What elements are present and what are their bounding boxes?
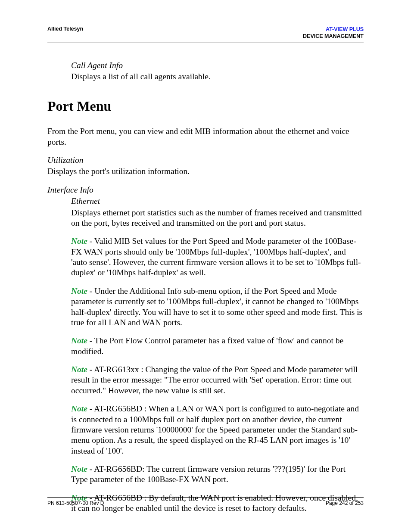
- footer-right: Page 242 of 253: [326, 500, 364, 506]
- note-4-text: - AT-RG613xx : Changing the value of the…: [71, 365, 358, 395]
- section-intro: From the Port menu, you can view and edi…: [47, 126, 364, 147]
- note-6-text: - AT-RG656BD: The current firmware versi…: [71, 464, 346, 484]
- note-6: Note - AT-RG656BD: The current firmware …: [71, 464, 364, 485]
- page-footer: PN 613-50507-00 Rev D Page 242 of 253: [47, 497, 364, 506]
- note-3-text: - The Port Flow Control parameter has a …: [71, 336, 343, 355]
- page: Allied Telesyn AT-VIEW PLUS DEVICE MANAG…: [0, 0, 411, 532]
- interface-block: Interface Info Ethernet Displays etherne…: [47, 185, 364, 514]
- ethernet-desc: Displays ethernet port statistics such a…: [71, 208, 364, 229]
- note-1-text: - Valid MIB Set values for the Port Spee…: [71, 236, 361, 277]
- note-4: Note - AT-RG613xx : Changing the value o…: [71, 364, 364, 396]
- header-product: AT-VIEW PLUS: [303, 26, 364, 33]
- header-left: Allied Telesyn: [47, 26, 83, 32]
- call-agent-block: Call Agent Info Displays a list of all c…: [71, 60, 364, 82]
- note-label: Note: [71, 336, 87, 345]
- ethernet-title: Ethernet: [71, 196, 364, 206]
- note-5-text: - AT-RG656BD : When a LAN or WAN port is…: [71, 404, 359, 455]
- utilization-block: Utilization Displays the port's utilizat…: [47, 155, 364, 177]
- call-agent-title: Call Agent Info: [71, 60, 364, 71]
- note-label: Note: [71, 404, 87, 413]
- call-agent-desc: Displays a list of all call agents avail…: [71, 72, 364, 82]
- header-rule: [47, 43, 364, 43]
- note-label: Note: [71, 365, 87, 374]
- header-section: DEVICE MANAGEMENT: [303, 33, 364, 40]
- note-1: Note - Valid MIB Set values for the Port…: [71, 236, 364, 278]
- note-label: Note: [71, 464, 87, 473]
- note-5: Note - AT-RG656BD : When a LAN or WAN po…: [71, 404, 364, 456]
- note-2: Note - Under the Additional Info sub-men…: [71, 286, 364, 328]
- interface-title: Interface Info: [47, 185, 364, 195]
- footer-left: PN 613-50507-00 Rev D: [47, 500, 104, 506]
- section-heading: Port Menu: [47, 98, 364, 114]
- note-3: Note - The Port Flow Control parameter h…: [71, 336, 364, 357]
- note-label: Note: [71, 286, 87, 296]
- note-2-text: - Under the Additional Info sub-menu opt…: [71, 286, 362, 327]
- footer-rule: [47, 497, 364, 498]
- note-label: Note: [71, 236, 87, 246]
- page-header: Allied Telesyn AT-VIEW PLUS DEVICE MANAG…: [47, 26, 364, 43]
- header-right: AT-VIEW PLUS DEVICE MANAGEMENT: [303, 26, 364, 40]
- utilization-desc: Displays the port's utilization informat…: [47, 166, 364, 177]
- ethernet-block: Ethernet Displays ethernet port statisti…: [71, 196, 364, 513]
- utilization-title: Utilization: [47, 155, 364, 165]
